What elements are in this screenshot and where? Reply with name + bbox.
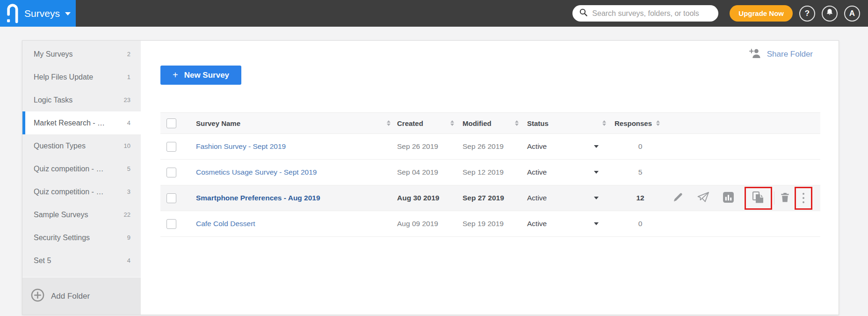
sidebar-item-count: 4 bbox=[127, 257, 130, 264]
help-button[interactable]: ? bbox=[799, 6, 815, 22]
created-date: Aug 30 2019 bbox=[397, 194, 439, 202]
sidebar-item-set-5[interactable]: Set 5 4 bbox=[22, 249, 141, 272]
proprofs-logo-icon bbox=[5, 4, 19, 23]
row-checkbox[interactable] bbox=[166, 142, 176, 152]
sidebar-item-sample-surveys[interactable]: Sample Surveys 22 bbox=[22, 203, 141, 226]
sidebar-item-label: Question Types bbox=[34, 142, 124, 150]
survey-name-link[interactable]: Cafe Cold Dessert bbox=[196, 220, 255, 228]
responses-count: 0 bbox=[638, 220, 643, 228]
sidebar-item-count: 5 bbox=[127, 165, 130, 172]
search-input[interactable] bbox=[592, 9, 713, 18]
sort-icon[interactable] bbox=[602, 120, 606, 126]
modified-date: Sep 12 2019 bbox=[463, 168, 504, 176]
sidebar-item-label: Set 5 bbox=[34, 257, 127, 265]
sidebar-item-security-settings[interactable]: Security Settings 9 bbox=[22, 226, 141, 249]
survey-name-link[interactable]: Smartphone Preferences - Aug 2019 bbox=[196, 194, 320, 202]
status-dropdown[interactable]: Active bbox=[527, 194, 606, 202]
bell-icon bbox=[825, 8, 834, 19]
add-folder-label: Add Folder bbox=[51, 292, 90, 301]
row-checkbox[interactable] bbox=[166, 193, 176, 203]
sort-icon[interactable] bbox=[656, 120, 660, 126]
chevron-down-icon bbox=[65, 12, 71, 15]
status-dropdown[interactable]: Active bbox=[527, 220, 606, 228]
duplicate-button[interactable] bbox=[752, 191, 765, 206]
sidebar-item-label: Security Settings bbox=[34, 234, 127, 242]
sidebar-item-count: 1 bbox=[127, 73, 130, 81]
status-value: Active bbox=[527, 194, 547, 202]
sort-icon[interactable] bbox=[515, 120, 519, 126]
sidebar-item-label: Quiz competition - … bbox=[34, 188, 127, 196]
column-header-created[interactable]: Created bbox=[397, 119, 423, 127]
responses-count: 12 bbox=[636, 194, 644, 202]
trash-icon bbox=[780, 192, 790, 205]
sort-icon[interactable] bbox=[387, 120, 391, 126]
table-row: Fashion Survey - Sept 2019 Sep 26 2019 S… bbox=[160, 134, 820, 160]
add-folder-button[interactable]: Add Folder bbox=[22, 277, 141, 315]
row-checkbox[interactable] bbox=[166, 219, 176, 229]
select-all-checkbox[interactable] bbox=[166, 118, 176, 128]
paper-plane-icon bbox=[697, 191, 709, 205]
sidebar-item-count: 22 bbox=[124, 211, 130, 218]
sidebar-item-help-files-update[interactable]: Help Files Update 1 bbox=[22, 66, 141, 88]
table-row-active: Smartphone Preferences - Aug 2019 Aug 30… bbox=[160, 185, 820, 211]
column-header-status[interactable]: Status bbox=[527, 119, 549, 127]
sidebar-item-count: 10 bbox=[124, 142, 130, 149]
person-add-icon bbox=[749, 48, 761, 60]
sidebar-item-market-research[interactable]: Market Research - … 4 bbox=[22, 111, 141, 134]
upgrade-now-button[interactable]: Upgrade Now bbox=[730, 5, 793, 22]
global-search[interactable] bbox=[572, 5, 718, 22]
sidebar-item-logic-tasks[interactable]: Logic Tasks 23 bbox=[22, 88, 141, 111]
column-header-survey-name[interactable]: Survey Name bbox=[196, 119, 240, 127]
sidebar-item-count: 23 bbox=[124, 96, 130, 103]
table-row: Cafe Cold Dessert Aug 09 2019 Sep 19 201… bbox=[160, 211, 820, 237]
column-header-responses[interactable]: Responses bbox=[615, 119, 652, 127]
notifications-button[interactable] bbox=[822, 6, 838, 22]
app-switcher[interactable]: Surveys bbox=[0, 0, 76, 27]
status-dropdown[interactable]: Active bbox=[527, 168, 606, 176]
sidebar-item-label: Market Research - … bbox=[34, 119, 127, 127]
more-options-button[interactable] bbox=[803, 193, 804, 203]
sidebar-item-label: Help Files Update bbox=[34, 73, 127, 81]
sidebar-item-count: 2 bbox=[127, 51, 130, 58]
folder-list: My Surveys 2 Help Files Update 1 Logic T… bbox=[22, 41, 141, 277]
modified-date: Sep 26 2019 bbox=[463, 142, 504, 151]
table-row: Cosmetics Usage Survey - Sept 2019 Sep 0… bbox=[160, 160, 820, 185]
modified-date: Sep 19 2019 bbox=[463, 220, 504, 228]
survey-name-link[interactable]: Fashion Survey - Sept 2019 bbox=[196, 142, 286, 151]
sidebar-item-quiz-competition-1[interactable]: Quiz competition - … 5 bbox=[22, 157, 141, 180]
sidebar-item-label: My Surveys bbox=[34, 50, 127, 59]
share-folder-label: Share Folder bbox=[767, 50, 813, 59]
created-date: Aug 09 2019 bbox=[397, 220, 438, 228]
status-dropdown[interactable]: Active bbox=[527, 142, 606, 151]
vertical-dots-icon bbox=[803, 193, 804, 203]
delete-button[interactable] bbox=[780, 192, 790, 205]
avatar[interactable]: A bbox=[844, 6, 860, 22]
row-checkbox[interactable] bbox=[166, 168, 176, 177]
new-survey-label: New Survey bbox=[184, 71, 229, 80]
reports-button[interactable] bbox=[723, 191, 734, 205]
copy-icon bbox=[752, 191, 765, 206]
sidebar-item-quiz-competition-2[interactable]: Quiz competition - … 3 bbox=[22, 180, 141, 203]
caret-down-icon bbox=[594, 197, 599, 199]
share-folder-link[interactable]: Share Folder bbox=[749, 48, 813, 60]
survey-table: Survey Name Created Modified Status Resp… bbox=[160, 112, 820, 237]
top-bar: Surveys Upgrade Now ? A bbox=[0, 0, 868, 27]
sidebar-item-my-surveys[interactable]: My Surveys 2 bbox=[22, 43, 141, 66]
main-panel: Share Folder + New Survey Survey Name Cr… bbox=[141, 41, 839, 315]
sidebar-item-question-types[interactable]: Question Types 10 bbox=[22, 134, 141, 157]
highlight-box-copy bbox=[745, 187, 772, 210]
new-survey-button[interactable]: + New Survey bbox=[160, 66, 241, 85]
column-header-modified[interactable]: Modified bbox=[463, 119, 492, 127]
edit-button[interactable] bbox=[673, 192, 683, 205]
modified-date: Sep 27 2019 bbox=[463, 194, 504, 202]
survey-name-link[interactable]: Cosmetics Usage Survey - Sept 2019 bbox=[196, 168, 317, 176]
send-button[interactable] bbox=[697, 191, 709, 205]
sidebar-item-label: Quiz competition - … bbox=[34, 165, 127, 173]
sidebar-item-label: Sample Surveys bbox=[34, 211, 124, 219]
app-name: Surveys bbox=[24, 8, 60, 19]
caret-down-icon bbox=[594, 222, 599, 225]
actions-divider bbox=[774, 191, 774, 205]
status-value: Active bbox=[527, 168, 547, 176]
sidebar-item-count: 9 bbox=[127, 234, 130, 241]
sort-icon[interactable] bbox=[450, 120, 454, 126]
